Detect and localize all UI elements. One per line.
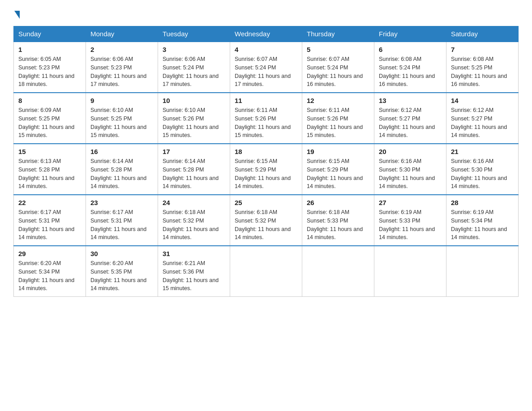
- day-info: Sunrise: 6:21 AMSunset: 5:36 PMDaylight:…: [163, 259, 225, 293]
- calendar-cell: [374, 246, 446, 297]
- calendar-cell: 13 Sunrise: 6:12 AMSunset: 5:27 PMDaylig…: [374, 93, 446, 144]
- day-number: 3: [163, 46, 225, 53]
- calendar-cell: 10 Sunrise: 6:10 AMSunset: 5:26 PMDaylig…: [158, 93, 230, 144]
- calendar-cell: 2 Sunrise: 6:06 AMSunset: 5:23 PMDayligh…: [86, 42, 158, 93]
- calendar-cell: 30 Sunrise: 6:20 AMSunset: 5:35 PMDaylig…: [86, 246, 158, 297]
- day-info: Sunrise: 6:13 AMSunset: 5:28 PMDaylight:…: [18, 157, 81, 191]
- day-info: Sunrise: 6:08 AMSunset: 5:25 PMDaylight:…: [451, 55, 514, 89]
- day-info: Sunrise: 6:11 AMSunset: 5:26 PMDaylight:…: [307, 106, 369, 140]
- header-saturday: Saturday: [446, 26, 519, 42]
- header-tuesday: Tuesday: [158, 26, 230, 42]
- day-number: 14: [451, 97, 514, 104]
- logo: [13, 9, 20, 18]
- header-wednesday: Wednesday: [230, 26, 302, 42]
- calendar-cell: 14 Sunrise: 6:12 AMSunset: 5:27 PMDaylig…: [446, 93, 519, 144]
- day-number: 21: [451, 148, 514, 155]
- day-info: Sunrise: 6:20 AMSunset: 5:34 PMDaylight:…: [18, 259, 81, 293]
- day-number: 29: [18, 250, 81, 257]
- day-info: Sunrise: 6:05 AMSunset: 5:23 PMDaylight:…: [18, 55, 81, 89]
- day-info: Sunrise: 6:10 AMSunset: 5:25 PMDaylight:…: [90, 106, 153, 140]
- calendar-cell: [302, 246, 374, 297]
- header-sunday: Sunday: [14, 26, 86, 42]
- calendar-cell: [230, 246, 302, 297]
- day-info: Sunrise: 6:15 AMSunset: 5:29 PMDaylight:…: [307, 157, 369, 191]
- calendar-cell: 29 Sunrise: 6:20 AMSunset: 5:34 PMDaylig…: [14, 246, 86, 297]
- day-number: 13: [379, 97, 442, 104]
- calendar-cell: 21 Sunrise: 6:16 AMSunset: 5:30 PMDaylig…: [446, 144, 519, 195]
- calendar-week-row: 15 Sunrise: 6:13 AMSunset: 5:28 PMDaylig…: [14, 144, 519, 195]
- day-info: Sunrise: 6:16 AMSunset: 5:30 PMDaylight:…: [379, 157, 442, 191]
- day-number: 9: [90, 97, 153, 104]
- calendar-cell: 19 Sunrise: 6:15 AMSunset: 5:29 PMDaylig…: [302, 144, 374, 195]
- day-info: Sunrise: 6:20 AMSunset: 5:35 PMDaylight:…: [90, 259, 153, 293]
- day-info: Sunrise: 6:07 AMSunset: 5:24 PMDaylight:…: [235, 55, 297, 89]
- day-number: 5: [307, 46, 369, 53]
- calendar-cell: 23 Sunrise: 6:17 AMSunset: 5:31 PMDaylig…: [86, 195, 158, 246]
- calendar-cell: 20 Sunrise: 6:16 AMSunset: 5:30 PMDaylig…: [374, 144, 446, 195]
- calendar-cell: 9 Sunrise: 6:10 AMSunset: 5:25 PMDayligh…: [86, 93, 158, 144]
- calendar-table: SundayMondayTuesdayWednesdayThursdayFrid…: [13, 26, 519, 297]
- calendar-week-row: 8 Sunrise: 6:09 AMSunset: 5:25 PMDayligh…: [14, 93, 519, 144]
- calendar-cell: 22 Sunrise: 6:17 AMSunset: 5:31 PMDaylig…: [14, 195, 86, 246]
- day-info: Sunrise: 6:18 AMSunset: 5:33 PMDaylight:…: [307, 208, 369, 242]
- day-info: Sunrise: 6:17 AMSunset: 5:31 PMDaylight:…: [90, 208, 153, 242]
- day-number: 24: [163, 199, 225, 206]
- day-number: 7: [451, 46, 514, 53]
- calendar-cell: 5 Sunrise: 6:07 AMSunset: 5:24 PMDayligh…: [302, 42, 374, 93]
- calendar-cell: 4 Sunrise: 6:07 AMSunset: 5:24 PMDayligh…: [230, 42, 302, 93]
- day-number: 30: [90, 250, 153, 257]
- calendar-cell: 28 Sunrise: 6:19 AMSunset: 5:34 PMDaylig…: [446, 195, 519, 246]
- calendar-header-row: SundayMondayTuesdayWednesdayThursdayFrid…: [14, 26, 519, 42]
- header-friday: Friday: [374, 26, 446, 42]
- calendar-cell: 18 Sunrise: 6:15 AMSunset: 5:29 PMDaylig…: [230, 144, 302, 195]
- day-number: 27: [379, 199, 442, 206]
- day-number: 17: [163, 148, 225, 155]
- page-header: [13, 9, 519, 18]
- day-number: 23: [90, 199, 153, 206]
- day-info: Sunrise: 6:06 AMSunset: 5:23 PMDaylight:…: [90, 55, 153, 89]
- calendar-cell: 27 Sunrise: 6:19 AMSunset: 5:33 PMDaylig…: [374, 195, 446, 246]
- day-number: 28: [451, 199, 514, 206]
- day-number: 15: [18, 148, 81, 155]
- calendar-cell: 6 Sunrise: 6:08 AMSunset: 5:24 PMDayligh…: [374, 42, 446, 93]
- calendar-cell: 25 Sunrise: 6:18 AMSunset: 5:32 PMDaylig…: [230, 195, 302, 246]
- calendar-cell: 31 Sunrise: 6:21 AMSunset: 5:36 PMDaylig…: [158, 246, 230, 297]
- day-number: 20: [379, 148, 442, 155]
- calendar-cell: 17 Sunrise: 6:14 AMSunset: 5:28 PMDaylig…: [158, 144, 230, 195]
- calendar-cell: 7 Sunrise: 6:08 AMSunset: 5:25 PMDayligh…: [446, 42, 519, 93]
- day-number: 18: [235, 148, 297, 155]
- day-info: Sunrise: 6:16 AMSunset: 5:30 PMDaylight:…: [451, 157, 514, 191]
- calendar-week-row: 1 Sunrise: 6:05 AMSunset: 5:23 PMDayligh…: [14, 42, 519, 93]
- day-number: 6: [379, 46, 442, 53]
- header-monday: Monday: [86, 26, 158, 42]
- day-info: Sunrise: 6:06 AMSunset: 5:24 PMDaylight:…: [163, 55, 225, 89]
- day-info: Sunrise: 6:09 AMSunset: 5:25 PMDaylight:…: [18, 106, 81, 140]
- logo-arrow-icon: [14, 11, 20, 19]
- day-number: 31: [163, 250, 225, 257]
- day-info: Sunrise: 6:19 AMSunset: 5:34 PMDaylight:…: [451, 208, 514, 242]
- day-info: Sunrise: 6:18 AMSunset: 5:32 PMDaylight:…: [163, 208, 225, 242]
- day-info: Sunrise: 6:11 AMSunset: 5:26 PMDaylight:…: [235, 106, 297, 140]
- calendar-week-row: 22 Sunrise: 6:17 AMSunset: 5:31 PMDaylig…: [14, 195, 519, 246]
- day-info: Sunrise: 6:19 AMSunset: 5:33 PMDaylight:…: [379, 208, 442, 242]
- day-info: Sunrise: 6:12 AMSunset: 5:27 PMDaylight:…: [451, 106, 514, 140]
- calendar-cell: 3 Sunrise: 6:06 AMSunset: 5:24 PMDayligh…: [158, 42, 230, 93]
- day-info: Sunrise: 6:15 AMSunset: 5:29 PMDaylight:…: [235, 157, 297, 191]
- day-number: 11: [235, 97, 297, 104]
- calendar-cell: 11 Sunrise: 6:11 AMSunset: 5:26 PMDaylig…: [230, 93, 302, 144]
- calendar-cell: 12 Sunrise: 6:11 AMSunset: 5:26 PMDaylig…: [302, 93, 374, 144]
- day-info: Sunrise: 6:10 AMSunset: 5:26 PMDaylight:…: [163, 106, 225, 140]
- calendar-cell: 15 Sunrise: 6:13 AMSunset: 5:28 PMDaylig…: [14, 144, 86, 195]
- calendar-cell: [446, 246, 519, 297]
- day-info: Sunrise: 6:08 AMSunset: 5:24 PMDaylight:…: [379, 55, 442, 89]
- calendar-cell: 24 Sunrise: 6:18 AMSunset: 5:32 PMDaylig…: [158, 195, 230, 246]
- day-number: 22: [18, 199, 81, 206]
- day-info: Sunrise: 6:07 AMSunset: 5:24 PMDaylight:…: [307, 55, 369, 89]
- day-number: 26: [307, 199, 369, 206]
- day-number: 1: [18, 46, 81, 53]
- day-number: 8: [18, 97, 81, 104]
- day-number: 25: [235, 199, 297, 206]
- day-number: 4: [235, 46, 297, 53]
- day-info: Sunrise: 6:14 AMSunset: 5:28 PMDaylight:…: [163, 157, 225, 191]
- calendar-cell: 26 Sunrise: 6:18 AMSunset: 5:33 PMDaylig…: [302, 195, 374, 246]
